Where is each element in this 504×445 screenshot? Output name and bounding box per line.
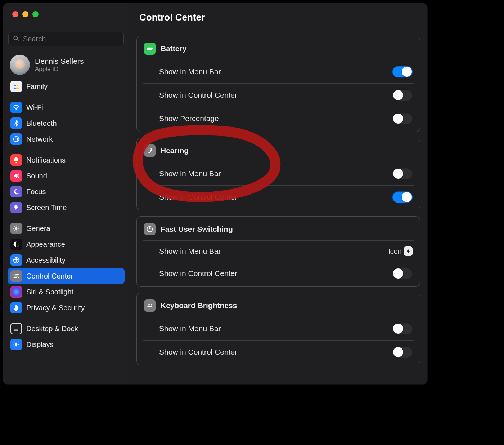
row-label: Show in Control Center [159,91,237,99]
sidebar-account[interactable]: Dennis Sellers Apple ID [3,46,129,78]
svg-rect-19 [147,48,152,50]
svg-rect-13 [14,274,19,275]
focus-icon [10,186,22,197]
minimize-button[interactable] [22,11,28,17]
svg-point-12 [16,258,17,259]
row-label: Show in Control Center [159,193,237,201]
select-fus-menubar[interactable]: Icon [388,246,413,256]
search-field[interactable] [8,32,124,46]
sidebar-item-label: Desktop & Dock [26,325,78,333]
section-title: Battery [161,44,186,53]
sidebar-item-family[interactable]: Family [8,79,125,94]
sidebar-item-general[interactable]: General [8,221,125,236]
page-title: Control Center [139,12,417,23]
search-icon [13,35,20,42]
svg-rect-17 [14,330,18,331]
sidebar-item-sound[interactable]: Sound [8,168,125,184]
row-battery-menubar: Show in Menu Bar [143,60,414,84]
toggle-battery-menubar[interactable] [392,66,413,77]
account-name: Dennis Sellers [35,57,84,66]
sidebar-item-appearance[interactable]: Appearance [8,236,125,252]
svg-point-4 [16,109,17,110]
sidebar-item-privacy[interactable]: Privacy & Security [8,300,125,316]
sidebar-item-bluetooth[interactable]: Bluetooth [8,115,125,131]
sidebar-item-wifi[interactable]: Wi-Fi [8,99,125,115]
section-hearing: Hearing Show in Menu Bar Show in Control… [136,138,420,210]
row-hearing-cc: Show in Control Center [143,186,414,209]
window-controls [3,3,129,17]
row-hearing-menubar: Show in Menu Bar [143,162,414,186]
toggle-battery-cc[interactable] [392,89,413,101]
accessibility-icon [10,254,22,266]
section-title: Keyboard Brightness [161,301,237,310]
sidebar-item-label: Privacy & Security [26,304,85,312]
bluetooth-icon [10,117,22,129]
sidebar-item-label: Sound [26,172,47,180]
svg-point-9 [15,227,17,230]
toggle-hearing-cc[interactable] [392,191,413,203]
content-scroll[interactable]: Battery Show in Menu Bar Show in Control… [129,30,427,384]
row-battery-cc: Show in Control Center [143,84,414,107]
svg-line-1 [17,40,19,41]
toggle-hearing-menubar[interactable] [392,168,413,179]
network-icon [10,133,22,145]
row-label: Show in Control Center [159,348,237,356]
sidebar-item-label: Displays [26,341,54,349]
toggle-fus-cc[interactable] [392,268,413,279]
svg-point-8 [15,162,17,163]
row-fus-cc: Show in Control Center [143,262,414,285]
section-title: Hearing [161,146,189,155]
svg-point-0 [14,36,17,40]
toggle-kb-menubar[interactable] [392,323,413,334]
content: Control Center Battery Show in Menu Bar … [129,3,427,384]
sidebar-item-label: Network [26,135,53,143]
svg-rect-14 [14,277,19,278]
section-battery: Battery Show in Menu Bar Show in Control… [136,36,420,132]
notifications-icon [10,154,22,166]
svg-point-16 [17,277,18,278]
controlcenter-icon [10,270,22,282]
sidebar-item-controlcenter[interactable]: Control Center [8,268,125,284]
row-label: Show in Menu Bar [159,67,221,76]
settings-window: Dennis Sellers Apple ID Family Wi-Fi Blu… [3,3,428,385]
sidebar-item-notifications[interactable]: Notifications [8,152,125,168]
row-battery-percentage: Show Percentage [143,107,414,130]
select-value: Icon [388,247,402,255]
header: Control Center [129,3,427,30]
search-input[interactable] [8,32,124,46]
row-kb-cc: Show in Control Center [143,341,414,364]
sidebar-item-accessibility[interactable]: Accessibility [8,252,125,268]
keyboard-brightness-icon [144,299,156,312]
toggle-battery-percentage[interactable] [392,113,413,124]
sound-icon [10,170,22,182]
row-label: Show in Control Center [159,269,237,278]
sidebar-item-displays[interactable]: Displays [8,337,125,352]
fullscreen-button[interactable] [32,11,39,17]
sidebar-item-label: Focus [26,188,46,196]
sidebar-item-siri[interactable]: Siri & Spotlight [8,284,125,300]
svg-point-2 [14,85,16,86]
sidebar-item-label: Bluetooth [26,119,57,128]
sidebar-item-label: Notifications [26,156,66,164]
row-label: Show in Menu Bar [159,247,221,255]
user-icon [144,223,156,235]
wifi-icon [10,102,22,113]
svg-point-22 [149,227,151,229]
siri-icon [10,286,22,298]
sidebar-item-desktop[interactable]: Desktop & Dock [8,321,125,337]
account-sub: Apple ID [35,66,84,73]
svg-point-15 [14,274,16,275]
sidebar-item-network[interactable]: Network [8,131,125,147]
toggle-kb-cc[interactable] [392,346,413,358]
family-icon [10,81,22,92]
svg-marker-24 [407,251,410,253]
sidebar-item-focus[interactable]: Focus [8,184,125,200]
sidebar-item-label: Appearance [26,240,65,249]
sidebar-item-screentime[interactable]: Screen Time [8,200,125,215]
hearing-icon [144,144,156,157]
close-button[interactable] [12,11,18,17]
privacy-icon [10,302,22,313]
row-label: Show in Menu Bar [159,169,221,178]
section-fast-user-switching: Fast User Switching Show in Menu Bar Ico… [136,216,420,287]
general-icon [10,223,22,234]
